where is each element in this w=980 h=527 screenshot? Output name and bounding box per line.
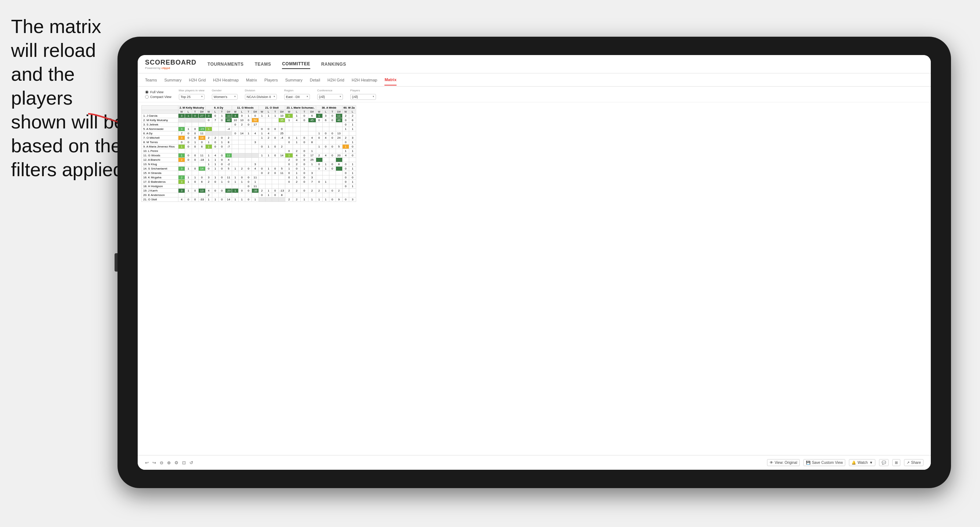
logo-title: SCOREBOARD xyxy=(145,59,196,67)
settings-icon[interactable]: ⚙ xyxy=(174,460,178,465)
zoom-out-icon[interactable]: ⊖ xyxy=(160,460,163,465)
sh-d1: Dif xyxy=(198,110,205,114)
table-row: 15. H Stranda 02011 0103 01 xyxy=(142,171,356,175)
compact-view-dot xyxy=(145,95,149,99)
player-name: 6. A Dy xyxy=(142,132,178,136)
subnav-h2h-heatmap[interactable]: H2H Heatmap xyxy=(213,75,239,85)
player-name: 17. D Ballesteros xyxy=(142,180,178,184)
sh-t6: T xyxy=(329,110,336,114)
redo-icon[interactable]: ↪ xyxy=(153,460,156,465)
reset-icon[interactable]: ↺ xyxy=(189,460,193,465)
nav-rankings[interactable]: RANKINGS xyxy=(321,60,346,68)
subnav-summary-2[interactable]: Summary xyxy=(285,75,302,85)
full-view-label: Full View xyxy=(150,90,163,94)
table-row: 1. J Garcia 31027 301-11 4010 11110 0106… xyxy=(142,114,356,118)
feedback-button[interactable]: 💬 xyxy=(879,459,889,466)
sh-t4: T xyxy=(272,110,278,114)
subnav-players[interactable]: Players xyxy=(264,75,278,85)
compact-view-label: Compact View xyxy=(150,95,172,99)
players-filter: Players (All) xyxy=(350,89,376,100)
table-row: 19. J Karrh 31013 400-20 100-35 210-13 2… xyxy=(142,189,356,193)
sh-t1: T xyxy=(192,110,198,114)
nav-committee[interactable]: COMMITTEE xyxy=(282,59,310,69)
region-label: Region xyxy=(284,89,310,92)
subnav-detail[interactable]: Detail xyxy=(310,75,320,85)
table-row: 21. O Stoll 400-33 11014 1101 2211 1109 … xyxy=(142,197,356,202)
table-row: 12. A Bianchi 200-18 1104 20025 xyxy=(142,158,356,162)
feedback-icon: 💬 xyxy=(881,460,886,465)
subnav-h2h-grid[interactable]: H2H Grid xyxy=(189,75,205,85)
grid-icon: ⊞ xyxy=(895,460,898,465)
sh-w4: W xyxy=(258,110,265,114)
full-view-radio[interactable]: Full View xyxy=(145,90,172,94)
sh-l6: L xyxy=(322,110,329,114)
col-header-stoll: 21. O Stoll xyxy=(258,106,285,110)
table-row: 9. A Maria Jimenez Rios 1006 100-7 0102 … xyxy=(142,144,356,149)
subnav-summary[interactable]: Summary xyxy=(164,75,181,85)
sh-l4: L xyxy=(265,110,272,114)
player-name: 2. M Kelly Mulcahy xyxy=(142,118,178,122)
view-original-button[interactable]: 👁 View: Original xyxy=(767,459,800,466)
player-name: 16. K Mcgaha xyxy=(142,175,178,180)
tablet-device: SCOREBOARD Powered by clippd TOURNAMENTS… xyxy=(118,37,951,488)
matrix-container: 2. M Kelly Mulcahy 6. A Dy 11. G Woods 2… xyxy=(138,102,931,455)
max-players-select[interactable]: Top 25 Top 50 xyxy=(179,94,205,100)
view-icon: 👁 xyxy=(770,460,773,465)
region-select-wrap: East - DII West - DII xyxy=(284,93,310,100)
tablet-side-button xyxy=(115,253,118,271)
player-name: 19. J Karrh xyxy=(142,189,178,193)
players-select[interactable]: (All) xyxy=(350,94,376,100)
player-name: 14. S Srichantamit xyxy=(142,167,178,171)
region-select[interactable]: East - DII West - DII xyxy=(284,94,310,100)
table-row: 18. H Hodgson 011 01 xyxy=(142,184,356,189)
sh-w7: W xyxy=(342,110,349,114)
save-custom-view-button[interactable]: 💾 Save Custom View xyxy=(803,459,845,466)
zoom-in-icon[interactable]: ⊕ xyxy=(167,460,171,465)
region-filter: Region East - DII West - DII xyxy=(284,89,310,100)
max-players-filter: Max players in view Top 25 Top 50 xyxy=(179,89,205,100)
gender-label: Gender xyxy=(212,89,237,92)
player-name: 15. H Stranda xyxy=(142,171,178,175)
player-name: 18. H Hodgson xyxy=(142,184,178,189)
conference-label: Conference xyxy=(317,89,343,92)
player-name: 11. G Woods xyxy=(142,153,178,158)
sh-w5: W xyxy=(285,110,293,114)
subnav-matrix-1[interactable]: Matrix xyxy=(246,75,257,85)
watch-chevron: ▼ xyxy=(869,460,873,465)
subnav-matrix-active[interactable]: Matrix xyxy=(385,75,396,86)
watch-icon: 🔔 xyxy=(851,460,856,465)
undo-icon[interactable]: ↩ xyxy=(145,460,149,465)
nav-tournaments[interactable]: TOURNAMENTS xyxy=(207,60,244,68)
col-header-ady: 6. A Dy xyxy=(205,106,232,110)
grid-button[interactable]: ⊞ xyxy=(892,459,900,466)
sh-w2: W xyxy=(205,110,212,114)
save-icon: 💾 xyxy=(806,460,810,465)
player-name: 9. A Maria Jimenez Rios xyxy=(142,144,178,149)
view-options: Full View Compact View xyxy=(145,90,172,99)
sh-t5: T xyxy=(300,110,308,114)
sub-navigation: Teams Summary H2H Grid H2H Heatmap Matri… xyxy=(138,73,931,87)
share-button[interactable]: ↗ Share xyxy=(904,459,923,466)
col-header-woods: 11. G Woods xyxy=(232,106,259,110)
subnav-h2h-grid-2[interactable]: H2H Grid xyxy=(328,75,344,85)
gender-select[interactable]: Women's Men's xyxy=(212,94,237,100)
matrix-header-empty xyxy=(142,106,178,110)
conference-filter: Conference (All) xyxy=(317,89,343,100)
table-row: 13. N Klug 110-2 3 0201 0108 01 xyxy=(142,162,356,167)
subnav-teams[interactable]: Teams xyxy=(145,75,157,85)
table-row: 5. A Nomrowski 310-15 1-4 0000 11 xyxy=(142,127,356,132)
players-select-wrap: (All) xyxy=(350,93,376,100)
fit-icon[interactable]: ⊡ xyxy=(182,460,186,465)
table-row: 17. D Ballesteros 3106 2010 1101 0207 01… xyxy=(142,180,356,184)
nav-teams[interactable]: TEAMS xyxy=(255,60,271,68)
share-icon: ↗ xyxy=(907,460,910,465)
table-row: 16. K Mcgaha 2110 31011 10011 0103 00 xyxy=(142,175,356,180)
division-select[interactable]: NCAA Division II NCAA Division I xyxy=(245,94,277,100)
table-row: 20. E Andersson 2 0108 xyxy=(142,193,356,197)
col-header-za: 60. W Za xyxy=(342,106,356,110)
compact-view-radio[interactable]: Compact View xyxy=(145,95,172,99)
conference-select[interactable]: (All) xyxy=(317,94,343,100)
watch-button[interactable]: 🔔 Watch ▼ xyxy=(849,459,875,466)
table-row: 10. L Perini 0201 11 xyxy=(142,149,356,153)
subnav-h2h-heatmap-2[interactable]: H2H Heatmap xyxy=(352,75,377,85)
